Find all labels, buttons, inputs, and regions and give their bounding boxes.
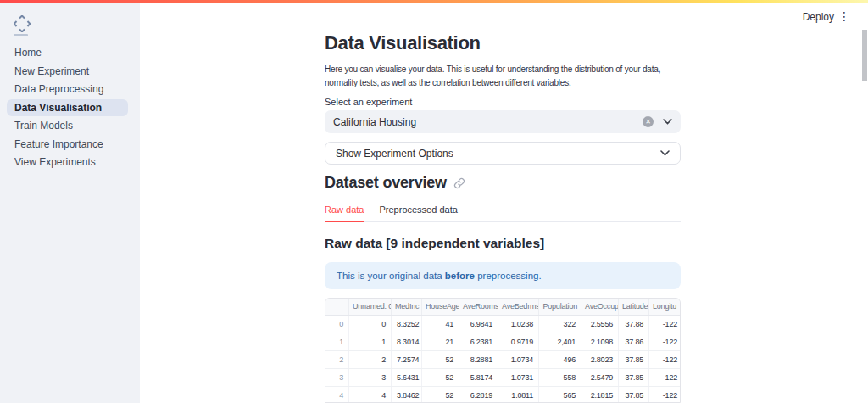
table-cell[interactable]: 8.3014 [392,333,422,350]
column-header[interactable]: AveOccup [581,299,619,315]
sidebar-item-data-visualisation[interactable]: Data Visualisation [7,99,128,116]
table-cell[interactable]: 322 [539,316,581,333]
table-cell[interactable]: -122 [649,333,681,350]
table-row: 335.6431525.81741.07315582.547937.85-122 [326,369,681,387]
table-cell[interactable]: 2.5556 [581,316,619,333]
table-cell[interactable]: 6.2819 [459,387,498,403]
table-cell[interactable]: 2.8023 [581,351,619,368]
experiment-select[interactable]: California Housing ✕ [325,110,681,133]
table-cell[interactable]: 6.2381 [459,333,498,350]
raw-data-title: Raw data [9 independent variables] [325,236,544,251]
table-cell[interactable]: 1.0238 [498,316,539,333]
table-cell[interactable]: 52 [422,387,459,403]
table-cell[interactable]: 8.2881 [459,351,498,368]
table-cell[interactable]: 3.8462 [392,387,422,403]
column-header[interactable]: Unnamed: 0 [349,299,392,315]
page-scrollbar[interactable] [862,30,867,81]
table-cell[interactable]: 2,401 [539,333,581,350]
table-cell[interactable]: 7.2574 [392,351,422,368]
table-header-row: Unnamed: 0MedIncHouseAgeAveRoomsAveBedrm… [326,299,681,316]
table-cell[interactable]: 558 [539,369,581,386]
table-cell[interactable]: -122 [649,316,681,333]
column-header[interactable]: HouseAge [422,299,459,315]
chevron-down-icon [660,150,670,156]
table-cell[interactable]: 8.3252 [392,316,422,333]
table-row: 008.3252416.98411.02383222.555637.88-122 [326,316,681,333]
row-index-cell[interactable]: 0 [326,316,349,333]
row-index-cell[interactable]: 4 [326,387,349,403]
table-cell[interactable]: 41 [422,316,459,333]
deploy-button[interactable]: Deploy [803,11,834,23]
sidebar-item-train-models[interactable]: Train Models [7,117,128,134]
table-cell[interactable]: 3 [349,369,392,386]
table-cell[interactable]: 5.6431 [392,369,422,386]
table-cell[interactable]: 496 [539,351,581,368]
table-cell[interactable]: 565 [539,387,581,403]
table-cell[interactable]: 52 [422,369,459,386]
column-header[interactable]: Longitu [649,299,681,315]
table-cell[interactable]: 5.8174 [459,369,498,386]
table-cell[interactable]: 1.0811 [498,387,539,403]
sidebar-item-feature-importance[interactable]: Feature Importance [7,136,128,153]
info-text: preprocessing. [475,271,542,281]
info-text: This is your original data [337,271,445,281]
table-cell[interactable]: 21 [422,333,459,350]
page-description: Here you can visualise your data. This i… [325,63,682,90]
table-body: 008.3252416.98411.02383222.555637.88-122… [326,316,680,403]
table-cell[interactable]: 37.86 [619,333,649,350]
expander-label: Show Experiment Options [336,148,660,160]
row-index-cell[interactable]: 2 [326,351,349,368]
experiment-select-value: California Housing [333,116,643,128]
table-cell[interactable]: 1.0734 [498,351,539,368]
table-cell[interactable]: 2.1098 [581,333,619,350]
table-cell[interactable]: 52 [422,351,459,368]
raw-data-table: Unnamed: 0MedIncHouseAgeAveRoomsAveBedrm… [325,298,681,403]
sidebar-item-new-experiment[interactable]: New Experiment [7,63,128,80]
anchor-link-icon[interactable] [453,177,465,189]
experiment-select-label: Select an experiment [325,97,412,107]
page-title: Data Visualisation [325,32,481,54]
table-cell[interactable]: 6.9841 [459,316,498,333]
sidebar: HomeNew ExperimentData PreprocessingData… [0,3,140,403]
chevron-down-icon [663,119,672,125]
table-cell[interactable]: 2.1815 [581,387,619,403]
column-header[interactable]: AveRooms [459,299,498,315]
dataset-overview-title: Dataset overview [325,174,447,192]
table-cell[interactable]: 0 [349,316,392,333]
app-logo-icon [14,15,31,32]
table-cell[interactable]: 1 [349,333,392,350]
table-row: 118.3014216.23810.97192,4012.109837.86-1… [326,333,681,351]
table-cell[interactable]: 37.85 [619,369,649,386]
table-cell[interactable]: 37.85 [619,351,649,368]
table-row: 227.2574528.28811.07344962.802337.85-122 [326,351,681,369]
clear-selection-icon[interactable]: ✕ [643,116,654,127]
app-logo-caption [14,34,28,36]
table-cell[interactable]: 1.0731 [498,369,539,386]
table-cell[interactable]: -122 [649,387,681,403]
table-cell[interactable]: -122 [649,351,681,368]
row-index-cell[interactable]: 3 [326,369,349,386]
table-cell[interactable]: 2.5479 [581,369,619,386]
table-cell[interactable]: -122 [649,369,681,386]
table-cell[interactable]: 37.88 [619,316,649,333]
table-row: 443.8462526.28191.08115652.181537.85-122 [326,387,681,403]
column-header[interactable]: Population [539,299,581,315]
table-cell[interactable]: 37.85 [619,387,649,403]
tab-preprocessed-data[interactable]: Preprocessed data [379,204,457,221]
row-index-cell[interactable]: 1 [326,333,349,350]
column-header[interactable]: MedInc [392,299,422,315]
dataset-tabs: Raw data Preprocessed data [325,204,681,222]
column-header[interactable]: AveBedrms [498,299,539,315]
info-text-bold: before [445,271,475,281]
table-cell[interactable]: 2 [349,351,392,368]
tab-raw-data[interactable]: Raw data [325,204,364,222]
table-cell[interactable]: 4 [349,387,392,403]
main-menu-kebab-icon[interactable]: ⋮ [838,9,850,23]
experiment-options-expander[interactable]: Show Experiment Options [325,142,681,165]
sidebar-item-data-preprocessing[interactable]: Data Preprocessing [7,81,128,98]
sidebar-item-home[interactable]: Home [7,44,128,61]
table-cell[interactable]: 0.9719 [498,333,539,350]
sidebar-item-view-experiments[interactable]: View Experiments [7,154,128,171]
table-corner-cell[interactable] [326,299,349,315]
column-header[interactable]: Latitude [619,299,649,315]
